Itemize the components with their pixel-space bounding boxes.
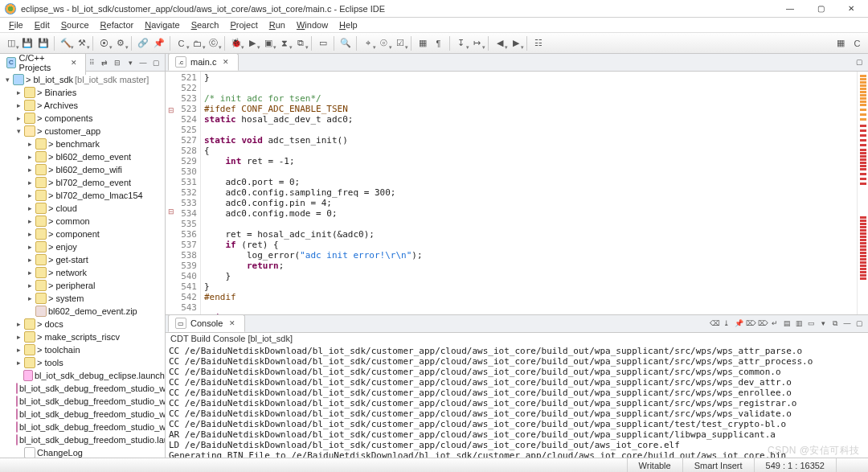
- overview-mark[interactable]: [860, 168, 866, 170]
- new-folder-icon[interactable]: 🗀: [190, 35, 205, 51]
- editor-tab-main-c[interactable]: .c main.c ✕: [168, 54, 239, 71]
- overview-mark[interactable]: [860, 162, 866, 164]
- tree-item-binaries[interactable]: ▸> Binaries: [0, 86, 165, 99]
- back-icon[interactable]: ◀: [492, 35, 507, 51]
- overview-mark[interactable]: [860, 155, 866, 158]
- tree-item-toolchain[interactable]: ▸> toolchain: [0, 343, 165, 356]
- tree-expand-icon[interactable]: ▸: [26, 140, 34, 148]
- overview-mark[interactable]: [860, 268, 866, 270]
- console-remove-all-icon[interactable]: ⌦: [757, 318, 768, 329]
- overview-mark[interactable]: [860, 101, 866, 103]
- tree-expand-icon[interactable]: ▸: [14, 101, 23, 109]
- overview-mark[interactable]: [860, 78, 866, 80]
- tree-collapse-icon[interactable]: ▾: [3, 76, 11, 84]
- tree-expand-icon[interactable]: ▸: [26, 230, 34, 238]
- overview-mark[interactable]: [860, 173, 866, 175]
- console-open-icon[interactable]: ▭: [805, 318, 817, 329]
- console-show-err-icon[interactable]: ▥: [793, 318, 805, 329]
- tree-item-archives[interactable]: ▸> Archives: [0, 99, 165, 112]
- coverage-icon[interactable]: ▣: [260, 35, 276, 51]
- overview-mark[interactable]: [860, 113, 866, 116]
- tree-expand-icon[interactable]: ▸: [26, 191, 34, 199]
- tree-expand-icon[interactable]: ▸: [26, 217, 34, 225]
- last-edit-icon[interactable]: ☷: [530, 35, 546, 51]
- debug-icon[interactable]: 🐞: [228, 35, 244, 51]
- new-cproject-icon[interactable]: C: [174, 35, 189, 51]
- menu-file[interactable]: File: [3, 19, 29, 31]
- overview-mark[interactable]: [860, 236, 866, 238]
- overview-mark[interactable]: [860, 81, 866, 84]
- hammer-build-icon[interactable]: 🔨: [58, 35, 73, 51]
- tree-item-bl602-demo-wifi[interactable]: ▸> bl602_demo_wifi: [0, 163, 165, 176]
- menu-refactor[interactable]: Refactor: [95, 19, 140, 31]
- tree-item-common[interactable]: ▸> common: [0, 215, 165, 228]
- task-icon[interactable]: ☑: [392, 35, 407, 51]
- overview-mark[interactable]: [860, 139, 866, 142]
- menu-help[interactable]: Help: [334, 19, 363, 31]
- editor-maximize-icon[interactable]: ▢: [854, 56, 865, 68]
- overview-mark[interactable]: [860, 220, 866, 222]
- tree-item-bl602-demo-event[interactable]: ▸> bl602_demo_event: [0, 150, 165, 163]
- ext-tools-icon[interactable]: ⧉: [293, 35, 308, 51]
- console-clear-icon[interactable]: ⌫: [709, 318, 720, 329]
- overview-mark[interactable]: [860, 277, 866, 280]
- tree-item-bl-iot-sdk[interactable]: ▾> bl_iot_sdk [bl_iot_sdk master]: [0, 73, 165, 86]
- tree-item-bl-iot-sdk-debug-freedom-studio-win-bl702-launch[interactable]: bl_iot_sdk_debug_freedom_studio_win_bl70…: [0, 408, 165, 421]
- console-tab[interactable]: ▭ Console ✕: [168, 314, 245, 332]
- console-remove-icon[interactable]: ⌦: [745, 318, 756, 329]
- build-config-icon[interactable]: ⚒: [74, 35, 89, 51]
- overview-mark[interactable]: [860, 129, 866, 132]
- open-perspective-icon[interactable]: ▦: [833, 35, 848, 51]
- editor-overview-ruler[interactable]: [857, 72, 868, 314]
- tree-item-bl-iot-sdk-debug-freedom-studio-win-attach-bl702-launch[interactable]: bl_iot_sdk_debug_freedom_studio_win_atta…: [0, 382, 165, 395]
- overview-mark[interactable]: [860, 216, 866, 219]
- tree-item-bl-iot-sdk-debug-freedom-studio-win-attach-launch[interactable]: bl_iot_sdk_debug_freedom_studio_win_atta…: [0, 395, 165, 408]
- tree-item-changelog[interactable]: ChangeLog: [0, 446, 165, 458]
- overview-mark[interactable]: [860, 118, 866, 121]
- terminal-icon[interactable]: ▭: [315, 35, 330, 51]
- search-icon[interactable]: 🔍: [338, 35, 353, 51]
- tree-expand-icon[interactable]: ▸: [14, 346, 23, 354]
- tree-item-enjoy[interactable]: ▸> enjoy: [0, 240, 165, 253]
- menu-run[interactable]: Run: [264, 19, 291, 31]
- minimize-view-icon[interactable]: —: [137, 57, 149, 68]
- overview-mark[interactable]: [860, 84, 866, 87]
- overview-mark[interactable]: [860, 149, 866, 151]
- editor-code-body[interactable]: } /* init adc for tsen*/ #ifdef CONF_ADC…: [201, 72, 857, 314]
- tree-expand-icon[interactable]: ▸: [26, 179, 34, 187]
- show-whitespace-icon[interactable]: ¶: [431, 35, 446, 51]
- overview-mark[interactable]: [860, 134, 866, 137]
- tree-expand-icon[interactable]: ▸: [26, 294, 34, 302]
- view-options-icon[interactable]: ▾: [125, 57, 136, 68]
- c-perspective-icon[interactable]: C: [850, 35, 865, 51]
- overview-mark[interactable]: [860, 223, 866, 225]
- forward-icon[interactable]: ▶: [508, 35, 523, 51]
- tree-expand-icon[interactable]: ▸: [26, 166, 34, 174]
- overview-mark[interactable]: [860, 252, 866, 254]
- tree-expand-icon[interactable]: ▸: [14, 320, 23, 328]
- console-show-out-icon[interactable]: ▤: [781, 318, 792, 329]
- overview-mark[interactable]: [860, 104, 866, 106]
- link-editor-icon[interactable]: ⇄: [99, 57, 110, 68]
- toggle-mark-icon[interactable]: ⌖: [360, 35, 375, 51]
- overview-mark[interactable]: [860, 258, 866, 261]
- overview-mark[interactable]: [860, 255, 866, 257]
- tree-item-bl-iot-sdk-debug-freedom-studio-win-launch[interactable]: bl_iot_sdk_debug_freedom_studio_win.laun…: [0, 421, 165, 433]
- block-sel-icon[interactable]: ▦: [415, 35, 430, 51]
- tree-collapse-icon[interactable]: ▾: [14, 127, 23, 135]
- tree-item-system[interactable]: ▸> system: [0, 292, 165, 305]
- save-icon[interactable]: 💾: [19, 35, 35, 51]
- console-new-icon[interactable]: ⧉: [829, 318, 841, 329]
- tree-item-customer-app[interactable]: ▾> customer_app: [0, 125, 165, 137]
- window-close-button[interactable]: ✕: [839, 2, 863, 16]
- overview-mark[interactable]: [860, 165, 866, 167]
- new-icon[interactable]: ◫: [3, 35, 18, 51]
- collapse-all-icon[interactable]: ⊟: [112, 57, 123, 68]
- new-class-icon[interactable]: ⓒ: [206, 35, 221, 51]
- tree-item-bl702-demo-event[interactable]: ▸> bl702_demo_event: [0, 176, 165, 189]
- tree-item-tools[interactable]: ▸> tools: [0, 356, 165, 369]
- tree-item-peripheral[interactable]: ▸> peripheral: [0, 279, 165, 292]
- tree-item-make-scripts-riscv[interactable]: ▸> make_scripts_riscv: [0, 330, 165, 343]
- run-icon[interactable]: ▶: [244, 35, 260, 51]
- console-scroll-lock-icon[interactable]: ⤓: [721, 318, 732, 329]
